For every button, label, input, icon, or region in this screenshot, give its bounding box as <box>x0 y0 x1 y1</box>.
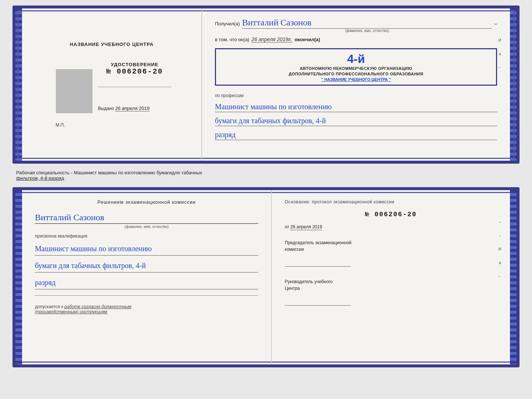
dash: – <box>494 21 497 26</box>
bottom-cert-left-panel: Решением экзаменационной комиссии Виттал… <box>22 190 272 364</box>
dopuskaetsya-val2: (производственным) инструкциям <box>35 309 107 314</box>
specialty-text-line1: Рабочая специальность - Машинист машины … <box>16 170 516 175</box>
right-arrow-label: ← <box>498 65 502 70</box>
specialty-underline: фильтров, 4-й разряд <box>16 175 64 181</box>
qual-line1: Машинист машины по изготовлению <box>35 243 258 256</box>
po-professii-label: по профессии <box>215 93 497 98</box>
resheniye-title: Решением экзаменационной комиссии <box>35 199 258 205</box>
certificate-number-block: УДОСТОВЕРЕНИЕ № 006206-20 <box>98 62 172 76</box>
vtom-label: в том, что он(а) <box>215 37 249 42</box>
photo-placeholder <box>56 69 93 113</box>
poluchil-line: Получил(а) Витталий Сазонов (фамилия, им… <box>215 18 497 33</box>
ot-date-val: 26 апреля 2019 <box>290 224 322 230</box>
ot-date-block: от 26 апреля 2019 <box>285 224 497 229</box>
poluchil-label: Получил(а) <box>215 21 240 26</box>
qual-line3: разряд <box>35 277 258 289</box>
vydano-label: Выдано <box>98 106 114 111</box>
stamp-line2: ДОПОЛНИТЕЛЬНОГО ПРОФЕССИОНАЛЬНОГО ОБРАЗО… <box>222 71 490 77</box>
top-cert-right-panel: Получил(а) Витталий Сазонов (фамилия, им… <box>202 8 510 161</box>
bottom-cert-right-panel: Основание: протокол экзаменационной коми… <box>272 190 510 364</box>
profession-line2: бумаги для табачных фильтров, 4-й <box>215 117 497 126</box>
middle-text-block: Рабочая специальность - Машинист машины … <box>12 168 520 183</box>
bottom-fio-hint: (фамилия, имя, отчество) <box>35 224 258 229</box>
profession-line3: разряд <box>215 131 497 140</box>
bottom-right-arrow: ← <box>498 274 502 278</box>
prisvoena-label: присвоена квалификация <box>35 234 258 239</box>
specialty-label: Рабочая специальность - Машинист машины … <box>16 170 202 175</box>
bottom-certificate: Решением экзаменационной комиссии Виттал… <box>12 187 520 367</box>
left-content-block: УДОСТОВЕРЕНИЕ № 006206-20 Выдано 26 апре… <box>52 58 172 128</box>
vtom-line: в том, что он(а) 26 апреля 2019г. окончи… <box>215 36 497 43</box>
rukovoditel-signature-line <box>285 305 351 306</box>
osnovanie-label: Основание: протокол экзаменационной коми… <box>285 199 497 204</box>
udost-number: № 006206-20 <box>98 67 172 76</box>
stamp-number: 4-й <box>222 52 490 66</box>
predsedatel-signature-line <box>285 266 351 267</box>
dopuskaetsya-label: допускается к <box>35 304 63 309</box>
rukovoditel-text: Руководитель учебного Центра <box>285 279 332 291</box>
bottom-right-i-label: И <box>499 247 502 251</box>
stamp-box: 4-й АВТОНОМНУЮ НЕКОММЕРЧЕСКУЮ ОРГАНИЗАЦИ… <box>215 48 497 86</box>
top-cert-left-panel: НАЗВАНИЕ УЧЕБНОГО ЦЕНТРА УДОСТОВЕРЕНИЕ №… <box>22 8 202 161</box>
dopuskaetsya-block: допускается к работе согласно должностны… <box>35 304 258 314</box>
bottom-right-strip <box>510 190 517 364</box>
stamp-line1: АВТОНОМНУЮ НЕКОММЕРЧЕСКУЮ ОРГАНИЗАЦИЮ <box>222 66 490 71</box>
stamp-center-name: " НАЗВАНИЕ УЧЕБНОГО ЦЕНТРА " <box>222 77 490 82</box>
right-a-label: а <box>499 51 501 56</box>
bottom-recipient-name: Витталий Сазонов <box>35 213 258 224</box>
ot-label: от <box>285 224 289 229</box>
right-decorative-strip <box>510 8 517 161</box>
rukovoditel-label: Руководитель учебного Центра <box>285 278 497 292</box>
training-center-title: НАЗВАНИЕ УЧЕБНОГО ЦЕНТРА <box>70 42 154 47</box>
vydano-block: Выдано 26 апреля 2019 <box>98 106 172 111</box>
bottom-right-dash1: – <box>499 220 501 224</box>
udost-label: УДОСТОВЕРЕНИЕ <box>98 62 172 67</box>
top-certificate: НАЗВАНИЕ УЧЕБНОГО ЦЕНТРА УДОСТОВЕРЕНИЕ №… <box>12 6 520 164</box>
predsedatel-label: Председатель экзаменационной комиссии <box>285 239 497 253</box>
vydano-date: 26 апреля 2019 <box>115 106 150 111</box>
specialty-text-line2: фильтров, 4-й разряд <box>16 175 516 181</box>
qual-line2: бумаги для табачных фильтров, 4-й <box>35 260 258 272</box>
bottom-left-strip <box>15 190 22 364</box>
dopuskaetsya-val: работе согласно должностным <box>64 304 131 309</box>
protocol-number: № 006206-20 <box>285 211 497 218</box>
fio-hint: (фамилия, имя, отчество) <box>242 29 492 33</box>
bottom-right-a-label: а <box>499 260 501 265</box>
mp-label: М.П. <box>56 122 65 128</box>
completion-date: 26 апреля 2019г. <box>251 36 292 43</box>
recipient-name: Витталий Сазонов <box>242 18 492 29</box>
bottom-right-dash2: – <box>499 233 501 238</box>
left-decorative-strip <box>15 8 22 161</box>
right-i-label: И <box>499 38 502 42</box>
okoncil-label: окончил(а) <box>295 37 320 42</box>
profession-line1: Машинист машины по изготовлению <box>215 103 497 112</box>
predsedatel-text: Председатель экзаменационной комиссии <box>285 240 352 252</box>
